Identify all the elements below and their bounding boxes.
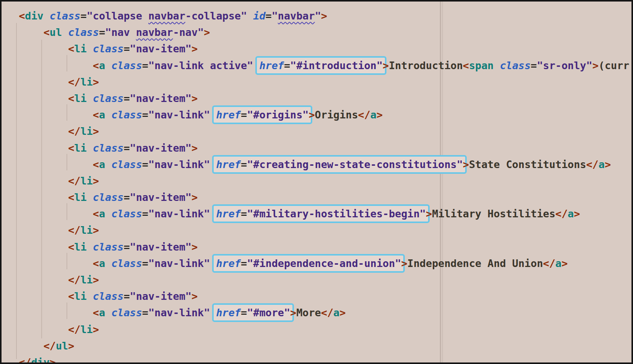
attribute-value-token: "nav-link active" xyxy=(148,60,259,71)
attribute-name-token: id xyxy=(253,10,265,22)
punctuation-token: < xyxy=(93,208,99,220)
punctuation-token: </ xyxy=(68,125,80,137)
tag-name-token: li xyxy=(74,92,93,104)
equals-token: = xyxy=(142,109,148,121)
attribute-name-token: href xyxy=(259,60,284,71)
code-line: </li> xyxy=(13,222,631,238)
attribute-name-token: class xyxy=(111,109,142,121)
tag-name-token: li xyxy=(74,241,93,253)
tag-name-token: li xyxy=(80,125,93,137)
punctuation-token: </ xyxy=(68,324,80,335)
punctuation-token: </ xyxy=(358,109,370,121)
tag-name-token: li xyxy=(74,43,93,55)
tag-name-token: a xyxy=(99,307,111,319)
attribute-value-token: "nav-item" xyxy=(130,241,192,253)
text-content-token: State Constitutions xyxy=(469,159,586,170)
attribute-value-token: "#military-hostilities-begin" xyxy=(247,208,426,220)
attribute-value-token: "nav-link" xyxy=(148,109,216,121)
attribute-value-token: "nav-item" xyxy=(130,43,192,55)
attribute-value-token: "#more" xyxy=(247,307,290,319)
tag-name-token: li xyxy=(80,224,93,236)
equals-token: = xyxy=(241,307,247,319)
punctuation-token: </ xyxy=(68,274,80,286)
punctuation-token: > xyxy=(383,60,389,71)
punctuation-token: < xyxy=(93,60,99,71)
attribute-name-token: class xyxy=(93,290,124,302)
punctuation-token: > xyxy=(93,125,99,137)
punctuation-token: < xyxy=(93,307,99,319)
attribute-value-token: -nav" xyxy=(173,26,204,38)
attribute-value-token: "nav xyxy=(105,26,136,38)
punctuation-token: < xyxy=(93,257,99,269)
punctuation-token: > xyxy=(192,43,198,55)
attribute-name-token: href xyxy=(216,208,241,220)
href-occurrence-highlight: href="#introduction" xyxy=(255,56,386,75)
href-occurrence-highlight: href="#more" xyxy=(212,303,294,322)
href-occurrence-highlight: href="#independence-and-union" xyxy=(212,254,405,273)
attribute-value-token: "collapse xyxy=(87,10,148,22)
punctuation-token: > xyxy=(592,60,599,71)
punctuation-token: > xyxy=(192,241,198,253)
equals-token: = xyxy=(241,109,247,121)
equals-token: = xyxy=(142,60,148,71)
punctuation-token: < xyxy=(93,109,99,121)
attribute-value-token: "nav-link" xyxy=(148,208,216,220)
punctuation-token: < xyxy=(68,92,74,104)
punctuation-token: < xyxy=(68,241,74,253)
punctuation-token: </ xyxy=(68,76,80,88)
attribute-name-token: href xyxy=(216,159,241,170)
code-area[interactable]: <div class="collapse navbar-collapse" id… xyxy=(2,2,631,364)
tag-name-token: li xyxy=(74,191,93,203)
punctuation-token: < xyxy=(68,191,74,203)
tag-name-token: a xyxy=(99,257,111,269)
attribute-value-token: "nav-item" xyxy=(130,142,192,154)
attribute-value-token: "sr-only" xyxy=(537,60,592,71)
href-occurrence-highlight: href="#creating-new-state-constitutions" xyxy=(212,155,466,174)
attribute-value-token: " xyxy=(272,10,278,22)
code-line: </li> xyxy=(13,123,631,139)
equals-token: = xyxy=(99,26,105,38)
tag-name-token: a xyxy=(333,307,339,319)
punctuation-token: </ xyxy=(586,159,598,170)
misspelling-squiggle: navbar xyxy=(148,10,185,22)
misspelling-squiggle: navbar xyxy=(278,10,315,22)
text-content-token: Military Hostilities xyxy=(432,208,555,220)
punctuation-token: < xyxy=(68,142,74,154)
tag-name-token: a xyxy=(370,109,377,121)
attribute-value-token: "nav-link" xyxy=(148,159,216,170)
code-line: <li class="nav-item"> xyxy=(13,239,631,255)
code-line: </div> xyxy=(13,354,631,364)
punctuation-token: </ xyxy=(68,175,80,187)
punctuation-token: > xyxy=(574,208,580,220)
punctuation-token: > xyxy=(192,142,198,154)
equals-token: = xyxy=(123,241,130,253)
attribute-name-token: class xyxy=(111,60,142,71)
text-content-token: Origins xyxy=(315,109,358,121)
tag-name-token: a xyxy=(599,159,605,170)
text-content-token: More xyxy=(296,307,321,319)
attribute-name-token: class xyxy=(111,208,142,220)
text-content-token: Introduction xyxy=(389,60,463,71)
href-occurrence-highlight: href="#origins" xyxy=(212,105,312,124)
attribute-name-token: class xyxy=(93,43,124,55)
attribute-name-token: class xyxy=(111,307,142,319)
code-line: <li class="nav-item"> xyxy=(13,189,631,205)
punctuation-token: < xyxy=(44,26,50,38)
punctuation-token: > xyxy=(192,191,198,203)
code-line: <li class="nav-item"> xyxy=(13,288,631,304)
tag-name-token: li xyxy=(74,290,93,302)
tag-name-token: a xyxy=(99,109,111,121)
code-line: <div class="collapse navbar-collapse" id… xyxy=(13,8,631,24)
punctuation-token: </ xyxy=(19,356,31,364)
equals-token: = xyxy=(142,257,148,269)
tag-name-token: div xyxy=(31,356,49,364)
tag-name-token: a xyxy=(99,159,111,170)
code-line: <a class="nav-link active" href="#introd… xyxy=(13,57,631,74)
attribute-name-token: class xyxy=(500,60,531,71)
tag-name-token: div xyxy=(25,10,50,22)
punctuation-token: > xyxy=(605,159,611,170)
attribute-value-token: "#introduction" xyxy=(290,60,383,71)
punctuation-token: < xyxy=(463,60,469,71)
punctuation-token: > xyxy=(463,159,469,170)
punctuation-token: > xyxy=(426,208,432,220)
